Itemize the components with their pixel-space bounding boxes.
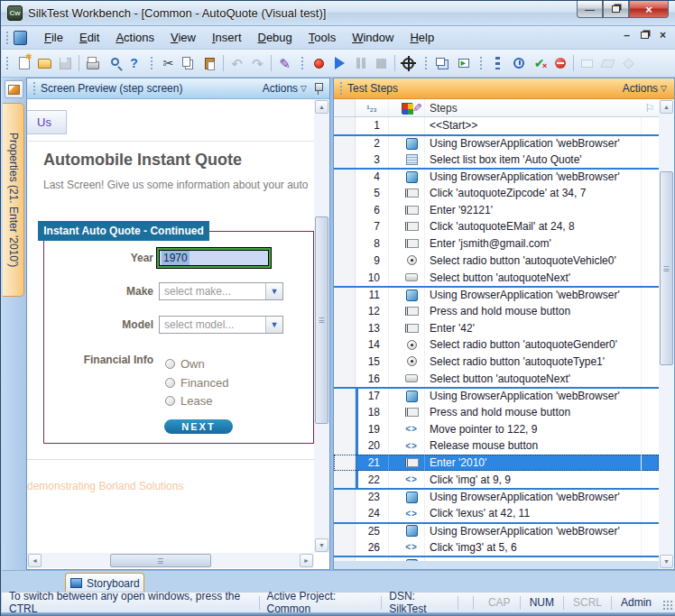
disable-step-button[interactable]: [550, 53, 570, 74]
restore-button[interactable]: [603, 1, 629, 18]
test-step-row[interactable]: 5 Click 'autoquoteZipcode' at 34, 7: [334, 185, 659, 202]
test-step-row[interactable]: 11 Using BrowserApplication 'webBrowser': [334, 286, 659, 303]
open-button[interactable]: [34, 53, 55, 74]
menu-view[interactable]: View: [162, 28, 204, 47]
mdi-restore-button[interactable]: [641, 31, 649, 40]
test-steps-column-headers[interactable]: ¹₂₃ ✎ Steps ⚐: [334, 99, 659, 117]
scroll-right-button[interactable]: ►: [300, 554, 313, 567]
new-visual-test-button[interactable]: [14, 53, 34, 74]
scroll-thumb[interactable]: ☰: [315, 216, 328, 424]
copy-screen-button[interactable]: [432, 53, 453, 74]
print-button[interactable]: [82, 53, 103, 74]
test-step-row[interactable]: [334, 556, 659, 561]
mdi-document-icon[interactable]: [14, 31, 27, 45]
flag-icon[interactable]: ⚐: [641, 99, 659, 116]
scroll-down-button[interactable]: ▼: [660, 555, 673, 568]
chevron-down-icon[interactable]: ▽: [661, 84, 667, 93]
panel-grip[interactable]: [339, 81, 344, 96]
test-step-row[interactable]: 17 Using BrowserApplication 'webBrowser': [334, 387, 659, 404]
object-column-header[interactable]: ✎: [399, 99, 425, 116]
toolbar-grip[interactable]: [479, 56, 484, 70]
test-step-row[interactable]: 16 Select button 'autoquoteNext': [334, 370, 659, 387]
steps-column-header[interactable]: Steps: [425, 99, 641, 116]
test-step-row[interactable]: 13 Enter '42': [334, 319, 659, 336]
panel-grip[interactable]: [32, 81, 37, 96]
preview-vertical-scrollbar[interactable]: ▲ ☰ ▼: [314, 99, 329, 553]
close-button[interactable]: ×: [629, 1, 669, 18]
menu-debug[interactable]: Debug: [250, 28, 301, 47]
timer-button[interactable]: [508, 53, 529, 74]
test-steps-header[interactable]: Test Steps Actions ▽: [334, 78, 674, 99]
print-preview-button[interactable]: [103, 53, 124, 74]
scroll-thumb[interactable]: ☰: [660, 171, 673, 365]
help-button[interactable]: ?: [124, 53, 144, 74]
test-step-row[interactable]: 14 Select radio button 'autoquoteGender0…: [334, 336, 659, 354]
menu-edit[interactable]: Edit: [71, 28, 107, 47]
test-step-row[interactable]: 26 <> Click 'img3' at 5, 6: [334, 538, 659, 556]
test-step-row[interactable]: 2 Using BrowserApplication 'webBrowser': [334, 134, 659, 152]
test-step-row[interactable]: 22 <> Click 'img' at 9, 9: [334, 471, 659, 488]
test-step-row[interactable]: 12 Press and hold mouse button: [334, 303, 659, 320]
textfield-step-icon: [405, 324, 419, 333]
menu-file[interactable]: File: [36, 28, 71, 47]
test-step-row[interactable]: 9 Select radio button 'autoquoteVehicle0…: [334, 253, 659, 270]
export-screen-button[interactable]: [453, 53, 474, 74]
test-step-row[interactable]: 21 Enter '2010': [334, 455, 659, 472]
verification-button[interactable]: ✔: [529, 53, 550, 74]
test-step-row[interactable]: 18 Press and hold mouse button: [334, 404, 659, 421]
test-step-row[interactable]: 23 Using BrowserApplication 'webBrowser': [334, 488, 659, 505]
active-project-status: Active Project: Common: [266, 590, 374, 615]
test-step-row[interactable]: 25 Using BrowserApplication 'webBrowser': [334, 522, 659, 539]
test-step-row[interactable]: 10 Select button 'autoquoteNext': [334, 269, 659, 286]
menu-help[interactable]: Help: [402, 28, 442, 47]
test-step-row[interactable]: 4 Using BrowserApplication 'webBrowser': [334, 168, 659, 185]
step-text: Select radio button 'autoquoteType1': [425, 354, 641, 371]
record-button[interactable]: [309, 53, 329, 74]
test-steps-actions-button[interactable]: Actions: [623, 82, 658, 95]
test-steps-vertical-scrollbar[interactable]: ▲ ☰ ▼: [659, 99, 674, 569]
menu-window[interactable]: Window: [344, 28, 402, 47]
scroll-up-button[interactable]: ▲: [315, 100, 328, 114]
menu-insert[interactable]: Insert: [204, 28, 250, 47]
test-step-row[interactable]: 6 Enter '92121': [334, 201, 659, 218]
paste-button[interactable]: [199, 53, 220, 74]
toolbar-grip[interactable]: [150, 56, 154, 70]
toolbar-grip[interactable]: [5, 56, 10, 70]
insert-steps-button[interactable]: [487, 53, 508, 74]
mdi-close-button[interactable]: ×: [660, 31, 666, 40]
number-column-icon[interactable]: ¹₂₃: [356, 99, 389, 116]
scroll-up-button[interactable]: ▲: [660, 100, 673, 114]
menu-actions[interactable]: Actions: [107, 28, 162, 47]
test-step-row[interactable]: 1 <<Start>>: [334, 117, 659, 134]
cut-button[interactable]: ✂: [158, 53, 179, 74]
test-step-row[interactable]: 3 Select list box item 'Auto Quote': [334, 151, 659, 168]
test-step-row[interactable]: 15 Select radio button 'autoquoteType1': [334, 354, 659, 371]
test-step-row[interactable]: 7 Click 'autoquoteEMail' at 24, 8: [334, 218, 659, 235]
copy-button[interactable]: [179, 53, 199, 74]
screen-preview-panel-icon[interactable]: [5, 80, 23, 98]
properties-tab[interactable]: Properties (21. Enter '2010'): [3, 103, 24, 297]
identify-target-button[interactable]: [398, 53, 419, 74]
preview-horizontal-scrollbar[interactable]: ◄ ☰ ►: [27, 553, 314, 568]
pen-button[interactable]: ✎: [274, 53, 295, 74]
test-step-row[interactable]: 24 <> Click 'lexus' at 42, 11: [334, 505, 659, 522]
title-bar[interactable]: Cw SilkTest Workbench - [Common - AutoQu…: [1, 1, 675, 26]
menu-tools[interactable]: Tools: [301, 28, 344, 47]
toolbar-grip[interactable]: [301, 56, 305, 70]
scroll-thumb[interactable]: ☰: [110, 554, 211, 567]
pin-icon[interactable]: [314, 83, 322, 95]
minimize-button[interactable]: —: [577, 1, 603, 18]
test-step-row[interactable]: 8 Enter 'jsmith@gmail.com': [334, 235, 659, 253]
menu-grip[interactable]: [5, 31, 10, 45]
resize-grip[interactable]: [662, 600, 673, 611]
play-button[interactable]: [329, 53, 350, 74]
test-step-row[interactable]: 20 <> Release mouse button: [334, 437, 659, 455]
toolbar-grip[interactable]: [424, 56, 429, 70]
screen-preview-header[interactable]: Screen Preview (step screen) Actions ▽: [27, 78, 329, 99]
mdi-minimize-button[interactable]: –: [624, 31, 630, 40]
scroll-left-button[interactable]: ◄: [28, 554, 42, 567]
scroll-down-button[interactable]: ▼: [315, 538, 328, 552]
chevron-down-icon[interactable]: ▽: [301, 84, 307, 93]
screen-preview-actions-button[interactable]: Actions: [263, 82, 298, 95]
test-step-row[interactable]: 19 <> Move pointer to 122, 9: [334, 420, 659, 437]
